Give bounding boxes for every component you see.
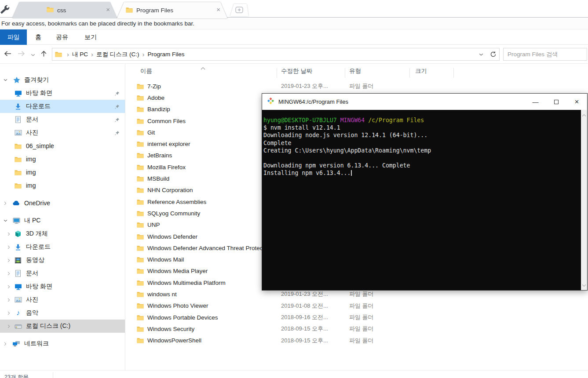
maximize-icon: [554, 100, 559, 104]
recent-locations-chevron-icon[interactable]: [31, 51, 35, 58]
menu-file[interactable]: 파일: [0, 29, 27, 45]
sidebar-item[interactable]: 내 PC: [0, 214, 125, 227]
file-name: WindowsPowerShell: [147, 337, 201, 344]
chevron-right-icon[interactable]: [7, 298, 11, 302]
column-divider[interactable]: [453, 68, 454, 78]
column-divider[interactable]: [409, 68, 410, 78]
sidebar-item[interactable]: 문서: [0, 267, 125, 280]
close-button[interactable]: ×: [566, 94, 587, 110]
chevron-right-icon[interactable]: [7, 232, 11, 236]
settings-wrench-icon[interactable]: [0, 3, 11, 15]
sidebar-item[interactable]: 즐겨찾기: [0, 73, 125, 87]
search-box[interactable]: [503, 48, 587, 61]
sidebar-item[interactable]: 바탕 화면: [0, 280, 125, 293]
pc-icon: [12, 218, 20, 224]
address-dropdown-chevron-icon[interactable]: [479, 53, 484, 56]
folder-icon: [137, 187, 144, 193]
file-name: 7-Zip: [147, 83, 161, 90]
sidebar-item[interactable]: img: [0, 179, 125, 192]
tab-strip: css × Program Files ×: [0, 0, 588, 18]
picture-icon: [14, 130, 22, 136]
sidebar-item[interactable]: 문서: [0, 113, 125, 126]
chevron-down-icon[interactable]: [4, 219, 8, 222]
terminal-body[interactable]: hyung@DESKTOP-U7BJLU7 MINGW64 /c/Program…: [262, 110, 587, 290]
sidebar-item-label: 내 PC: [24, 217, 40, 225]
chevron-down-icon[interactable]: [4, 78, 8, 82]
sidebar-item[interactable]: 네트워크: [0, 337, 125, 350]
chevron-right-icon[interactable]: [7, 272, 11, 276]
table-row[interactable]: WindowsPowerShell2018-09-15 오후...파일 폴더: [126, 335, 588, 346]
status-bar: 23개 항목: [0, 370, 588, 378]
tab-label: Program Files: [136, 7, 173, 14]
table-row[interactable]: 7-Zip2019-01-23 오후...파일 폴더: [126, 80, 588, 92]
terminal-window[interactable]: MINGW64:/c/Program Files — × hyung@DESKT…: [262, 93, 588, 291]
chevron-right-icon[interactable]: [7, 245, 11, 249]
chevron-right-icon[interactable]: [7, 258, 11, 262]
column-divider[interactable]: [277, 68, 277, 78]
column-header-type[interactable]: 유형: [349, 67, 361, 75]
file-name: Windows Multimedia Platform: [147, 280, 226, 286]
chevron-right-icon[interactable]: [7, 285, 11, 289]
terminal-line: Installing npm v6.13.4...: [263, 169, 579, 177]
sidebar-item[interactable]: img: [0, 166, 125, 179]
file-name: Windows Photo Viewer: [147, 302, 208, 309]
menu-share[interactable]: 공유: [49, 29, 75, 45]
breadcrumb-item[interactable]: 로컬 디스크 (C:): [96, 51, 139, 58]
menu-home[interactable]: 홈: [29, 29, 47, 45]
sidebar-item[interactable]: 06_simple: [0, 139, 125, 153]
column-header-date[interactable]: 수정한 날짜: [281, 67, 312, 75]
sidebar-item[interactable]: 바탕 화면: [0, 87, 125, 100]
file-type: 파일 폴더: [345, 325, 409, 333]
table-row[interactable]: Windows Photo Viewer2019-01-08 오전...파일 폴…: [126, 300, 588, 312]
scroll-down-icon[interactable]: [582, 281, 586, 289]
column-header-name[interactable]: 이름: [140, 67, 152, 75]
sidebar-item[interactable]: 사진: [0, 126, 125, 139]
address-bar[interactable]: ›내 PC›로컬 디스크 (C:)›Program Files: [52, 48, 487, 61]
sidebar-item[interactable]: 사진: [0, 293, 125, 306]
back-button[interactable]: [4, 51, 12, 58]
terminal-scrollbar[interactable]: [581, 110, 587, 290]
breadcrumb-item[interactable]: Program Files: [148, 51, 185, 58]
maximize-button[interactable]: [546, 94, 566, 110]
chevron-right-icon[interactable]: [4, 201, 8, 205]
menu-view[interactable]: 보기: [78, 29, 103, 45]
sidebar-item[interactable]: 다운로드: [0, 100, 125, 113]
table-row[interactable]: Windows Security2018-09-15 오후...파일 폴더: [126, 323, 588, 334]
tab-program-files[interactable]: Program Files ×: [117, 2, 227, 18]
chevron-right-icon[interactable]: [7, 324, 11, 328]
column-header-size[interactable]: 크기: [415, 67, 427, 75]
chevron-right-icon[interactable]: [7, 311, 11, 315]
sidebar-item-label: 06_simple: [26, 142, 54, 149]
forward-button[interactable]: [17, 51, 26, 58]
sidebar-item[interactable]: 3D 개체: [0, 227, 125, 240]
sidebar-item[interactable]: OneDrive: [0, 196, 125, 210]
column-divider[interactable]: [345, 68, 345, 78]
sidebar-item[interactable]: 동영상: [0, 254, 125, 267]
terminal-line: Downloading node.js version 12.14.1 (64-…: [263, 131, 579, 139]
sidebar-item[interactable]: img: [0, 153, 125, 166]
file-name: Common Files: [147, 118, 186, 124]
new-tab-button[interactable]: [230, 4, 248, 16]
tab-css[interactable]: css ×: [12, 2, 117, 18]
file-name: windows nt: [147, 291, 177, 298]
folder-icon: [137, 164, 144, 170]
refresh-button[interactable]: [487, 48, 500, 61]
file-modified-date: 2018-09-16 오전...: [277, 313, 345, 321]
up-button[interactable]: [40, 50, 47, 59]
terminal-line: Complete: [263, 139, 579, 147]
sidebar-item[interactable]: 로컬 디스크 (C:): [0, 320, 125, 333]
table-row[interactable]: Windows Portable Devices2018-09-16 오전...…: [126, 312, 588, 323]
navigation-pane: 즐겨찾기바탕 화면다운로드문서사진06_simpleimgimgimgOneDr…: [0, 64, 125, 370]
sidebar-item[interactable]: 다운로드: [0, 240, 125, 254]
terminal-title-bar[interactable]: MINGW64:/c/Program Files — ×: [262, 94, 587, 110]
document-icon: [14, 116, 22, 123]
breadcrumb-separator-icon: ›: [88, 51, 96, 58]
search-input[interactable]: [504, 48, 587, 60]
folder-icon: [137, 222, 144, 228]
sidebar-item[interactable]: ♪음악: [0, 306, 125, 320]
minimize-button[interactable]: —: [525, 94, 546, 110]
sidebar-item-label: 문서: [26, 116, 38, 124]
scroll-up-icon[interactable]: [582, 111, 586, 119]
breadcrumb-item[interactable]: 내 PC: [72, 51, 88, 58]
chevron-right-icon[interactable]: [4, 342, 8, 346]
